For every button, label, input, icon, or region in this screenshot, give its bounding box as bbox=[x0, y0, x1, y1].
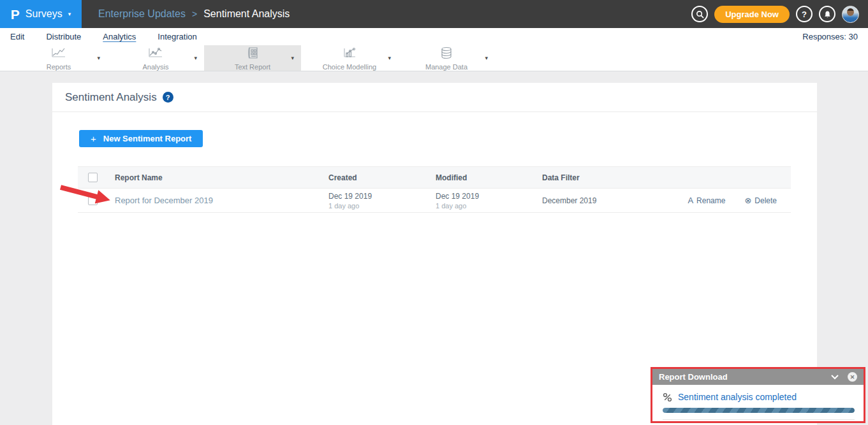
help-badge[interactable]: ? bbox=[163, 92, 173, 103]
line-chart-icon bbox=[50, 47, 67, 62]
modified-cell: Dec 19 2019 1 day ago bbox=[428, 192, 534, 210]
question-icon: ? bbox=[166, 94, 170, 101]
sentiment-analysis-download-link[interactable]: Sentiment analysis completed bbox=[678, 392, 797, 402]
toolbar-item-text-report[interactable]: Text Report ▾ bbox=[204, 45, 301, 71]
report-name-cell: Report for December 2019 bbox=[107, 196, 321, 205]
header-checkbox-cell bbox=[78, 173, 107, 182]
row-checkbox[interactable] bbox=[88, 196, 98, 205]
question-icon: ? bbox=[802, 10, 807, 19]
chevron-down-icon[interactable]: ▾ bbox=[97, 55, 100, 61]
data-filter-value: December 2019 bbox=[542, 196, 596, 205]
rename-button[interactable]: A Rename bbox=[688, 196, 725, 205]
table-row: Report for December 2019 Dec 19 2019 1 d… bbox=[78, 189, 791, 213]
toolbar-item-analysis[interactable]: Analysis ▾ bbox=[107, 45, 204, 71]
choice-modelling-icon bbox=[341, 47, 358, 62]
data-filter-cell: December 2019 bbox=[534, 196, 656, 205]
toolbar-label: Manage Data bbox=[425, 63, 467, 71]
user-avatar[interactable] bbox=[842, 6, 859, 23]
survey-nav: Edit Distribute Analytics Integration Re… bbox=[0, 28, 868, 45]
progress-bar-track bbox=[663, 408, 855, 413]
chevron-down-icon[interactable]: ▾ bbox=[194, 55, 197, 61]
analytics-toolbar: Reports ▾ Analysis ▾ Text Report ▾ Choic… bbox=[0, 45, 868, 71]
created-relative: 1 day ago bbox=[328, 202, 428, 210]
report-name-link[interactable]: Report for December 2019 bbox=[115, 196, 213, 205]
rename-icon: A bbox=[688, 196, 693, 205]
download-panel-body: Sentiment analysis completed bbox=[652, 385, 864, 422]
toolbar-label: Choice Modelling bbox=[323, 63, 376, 71]
select-all-checkbox[interactable] bbox=[88, 173, 98, 182]
text-report-icon bbox=[246, 47, 260, 62]
download-panel-header: Report Download ✕ bbox=[652, 369, 864, 385]
nav-item-integration[interactable]: Integration bbox=[158, 32, 196, 41]
column-header-report-name: Report Name bbox=[107, 173, 321, 182]
chevron-down-icon: ▾ bbox=[68, 11, 71, 17]
column-header-modified: Modified bbox=[428, 173, 534, 182]
surveys-menu[interactable]: P Surveys ▾ bbox=[0, 0, 82, 28]
row-actions: A Rename ⊗ Delete bbox=[656, 196, 791, 205]
collapse-button[interactable] bbox=[830, 374, 839, 380]
page-title: Sentiment Analysis bbox=[65, 91, 157, 104]
help-button[interactable]: ? bbox=[796, 6, 813, 22]
column-header-data-filter: Data Filter bbox=[534, 173, 656, 182]
download-panel-controls: ✕ bbox=[830, 372, 857, 382]
breadcrumb-parent-link[interactable]: Enterprise Updates bbox=[98, 8, 186, 20]
search-icon bbox=[696, 10, 704, 18]
toolbar-label: Reports bbox=[47, 63, 71, 71]
link-icon bbox=[663, 393, 672, 402]
created-date: Dec 19 2019 bbox=[328, 192, 428, 201]
toolbar-item-choice-modelling[interactable]: Choice Modelling ▾ bbox=[301, 45, 398, 71]
breadcrumb: Enterprise Updates > Sentiment Analysis bbox=[98, 8, 290, 20]
progress-bar-fill bbox=[663, 408, 855, 413]
chevron-down-icon[interactable]: ▾ bbox=[485, 55, 488, 61]
modified-date: Dec 19 2019 bbox=[436, 192, 534, 201]
report-download-panel: Report Download ✕ Sentiment analysis com… bbox=[651, 367, 865, 423]
download-link-row: Sentiment analysis completed bbox=[663, 392, 855, 402]
plus-icon: + bbox=[91, 133, 96, 144]
product-label: Surveys bbox=[26, 8, 63, 20]
nav-item-analytics[interactable]: Analytics bbox=[103, 32, 136, 41]
breadcrumb-separator: > bbox=[192, 9, 197, 19]
responses-count: Responses: 30 bbox=[802, 32, 858, 41]
top-header: P Surveys ▾ Enterprise Updates > Sentime… bbox=[0, 0, 868, 28]
rename-label: Rename bbox=[696, 196, 725, 205]
chevron-down-icon bbox=[830, 374, 839, 380]
column-header-created: Created bbox=[321, 173, 428, 182]
notifications-button[interactable] bbox=[819, 6, 835, 22]
delete-button[interactable]: ⊗ Delete bbox=[744, 196, 777, 205]
created-cell: Dec 19 2019 1 day ago bbox=[321, 192, 428, 210]
questionpro-logo: P bbox=[11, 8, 20, 21]
chevron-down-icon[interactable]: ▾ bbox=[388, 55, 391, 61]
toolbar-item-manage-data[interactable]: Manage Data ▾ bbox=[398, 45, 495, 71]
panel-footer-divider bbox=[663, 419, 855, 422]
delete-label: Delete bbox=[754, 196, 777, 205]
close-button[interactable]: ✕ bbox=[848, 372, 857, 382]
header-actions: Upgrade Now ? bbox=[691, 6, 868, 23]
search-button[interactable] bbox=[691, 6, 708, 22]
breadcrumb-current: Sentiment Analysis bbox=[203, 8, 290, 20]
row-checkbox-cell bbox=[78, 196, 107, 205]
toolbar-label: Text Report bbox=[235, 63, 270, 71]
new-report-label: New Sentiment Report bbox=[103, 134, 192, 143]
trend-chart-icon bbox=[147, 47, 164, 62]
delete-icon: ⊗ bbox=[744, 196, 751, 205]
table-header-row: Report Name Created Modified Data Filter bbox=[78, 166, 791, 189]
nav-item-distribute[interactable]: Distribute bbox=[46, 32, 81, 41]
reports-table: Report Name Created Modified Data Filter… bbox=[78, 166, 791, 213]
new-sentiment-report-button[interactable]: + New Sentiment Report bbox=[79, 130, 203, 147]
database-icon bbox=[439, 47, 453, 62]
upgrade-now-button[interactable]: Upgrade Now bbox=[714, 6, 790, 23]
avatar-person bbox=[847, 8, 854, 16]
toolbar-item-reports[interactable]: Reports ▾ bbox=[10, 45, 107, 71]
modified-relative: 1 day ago bbox=[436, 202, 534, 210]
bell-icon bbox=[823, 10, 832, 18]
close-icon: ✕ bbox=[850, 374, 855, 380]
toolbar-label: Analysis bbox=[143, 63, 169, 71]
chevron-down-icon[interactable]: ▾ bbox=[291, 55, 294, 61]
nav-item-edit[interactable]: Edit bbox=[10, 32, 24, 41]
panel-title-row: Sentiment Analysis ? bbox=[52, 83, 817, 112]
download-panel-title: Report Download bbox=[659, 372, 728, 382]
